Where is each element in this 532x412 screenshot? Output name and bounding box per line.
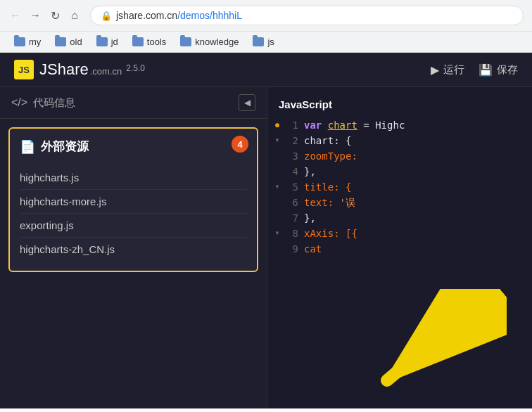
bookmark-my[interactable]: my: [8, 34, 46, 49]
line-indicator-8: ▼: [273, 226, 281, 241]
line-number-5: 5: [281, 179, 298, 195]
sidebar-header: </> 代码信息 ◀: [0, 87, 267, 119]
line-number-3: 3: [281, 148, 298, 164]
code-line-3: 3 zoomType:: [267, 148, 532, 164]
dot-indicator: ●: [275, 117, 279, 133]
sidebar-collapse-button[interactable]: ◀: [239, 94, 255, 111]
line-number-2: 2: [281, 133, 298, 148]
logo-domain: .com.cn: [90, 67, 122, 76]
save-button[interactable]: 💾 保存: [479, 63, 518, 77]
line-content-7: },: [304, 210, 316, 226]
logo-version: 2.5.0: [126, 63, 145, 73]
code-line-7: 7 },: [267, 210, 532, 226]
line-content-5: title: {: [304, 179, 351, 195]
line-number-4: 4: [281, 164, 298, 179]
sidebar-header-left: </> 代码信息: [11, 96, 75, 110]
reload-button[interactable]: ↻: [48, 8, 62, 22]
line-indicator-2: ▼: [273, 133, 281, 148]
js-logo-badge: JS: [14, 60, 34, 79]
line-content-4: },: [304, 164, 316, 179]
sidebar-title: 代码信息: [33, 96, 75, 110]
bookmark-js[interactable]: js: [247, 34, 279, 49]
line-indicator-1: ●: [273, 117, 281, 133]
bookmark-jd[interactable]: jd: [91, 34, 124, 49]
lock-icon: 🔒: [101, 11, 112, 21]
resource-item: highcharts-more.js: [20, 190, 247, 214]
nav-bar: ← → ↻ ⌂ 🔒 jshare.com.cn/demos/hhhhiL: [0, 0, 532, 31]
header-actions: ▶ 运行 💾 保存: [431, 63, 518, 77]
app-header: JS JShare.com.cn 2.5.0 ▶ 运行 💾 保存: [0, 53, 532, 87]
yellow-arrow-svg: [366, 289, 507, 394]
line-number-1: 1: [281, 117, 298, 133]
external-resources-icon: 📄: [20, 139, 35, 155]
line-content-6: text: '误: [304, 195, 355, 210]
svg-line-1: [387, 303, 479, 380]
main-content: </> 代码信息 ◀ 📄 外部资源 4 highcharts.js highch…: [0, 87, 532, 408]
code-line-4: 4 },: [267, 164, 532, 179]
home-button[interactable]: ⌂: [68, 8, 82, 22]
bookmark-knowledge[interactable]: knowledge: [175, 34, 244, 49]
folder-icon: [14, 37, 25, 46]
folder-icon: [55, 37, 66, 46]
folder-icon: [180, 37, 191, 46]
fold-triangle: ▼: [276, 226, 279, 241]
bookmarks-bar: my old jd tools knowledge js: [0, 31, 532, 52]
code-lines: ● 1 var chart = Highc ▼ 2 chart: { 3 zoo…: [267, 117, 532, 257]
forward-button[interactable]: →: [28, 8, 42, 22]
resources-badge: 4: [232, 136, 248, 153]
resource-item: exporting.js: [20, 214, 247, 238]
line-content-8: xAxis: [{: [304, 226, 357, 241]
address-bar[interactable]: 🔒 jshare.com.cn/demos/hhhhiL: [90, 6, 524, 25]
logo-area: JS JShare.com.cn 2.5.0: [14, 60, 145, 79]
line-number-8: 8: [281, 226, 298, 241]
nav-buttons: ← → ↻ ⌂: [8, 8, 82, 22]
code-line-8: ▼ 8 xAxis: [{: [267, 226, 532, 241]
code-icon: </>: [11, 96, 27, 109]
line-number-9: 9: [281, 241, 298, 257]
resource-list: highcharts.js highcharts-more.js exporti…: [20, 166, 247, 261]
browser-chrome: ← → ↻ ⌂ 🔒 jshare.com.cn/demos/hhhhiL my …: [0, 0, 532, 53]
save-icon: 💾: [479, 63, 493, 77]
external-resources-panel: 📄 外部资源 4 highcharts.js highcharts-more.j…: [8, 127, 258, 272]
editor-language-label: JavaScript: [267, 94, 532, 117]
folder-icon: [96, 37, 108, 46]
line-content-3: zoomType:: [304, 148, 357, 164]
sidebar: </> 代码信息 ◀ 📄 外部资源 4 highcharts.js highch…: [0, 87, 267, 408]
app-area: JS JShare.com.cn 2.5.0 ▶ 运行 💾 保存: [0, 53, 532, 408]
folder-icon: [132, 37, 144, 46]
arrow-annotation: [366, 289, 507, 394]
line-indicator-5: ▼: [273, 179, 281, 195]
line-content-1: var chart = Highc: [304, 117, 405, 133]
bookmark-old[interactable]: old: [49, 34, 87, 49]
logo-text: JShare.com.cn 2.5.0: [39, 62, 145, 77]
line-number-6: 6: [281, 195, 298, 210]
code-line-2: ▼ 2 chart: {: [267, 133, 532, 148]
code-line-6: 6 text: '误: [267, 195, 532, 210]
code-line-9: 9 cat: [267, 241, 532, 257]
fold-triangle: ▼: [276, 179, 279, 195]
resource-item: highcharts.js: [20, 166, 247, 190]
folder-icon: [253, 37, 264, 46]
fold-triangle: ▼: [276, 133, 279, 148]
code-line-5: ▼ 5 title: {: [267, 179, 532, 195]
bookmark-tools[interactable]: tools: [127, 34, 172, 49]
line-number-7: 7: [281, 210, 298, 226]
address-url: jshare.com.cn/demos/hhhhiL: [116, 10, 242, 21]
run-button[interactable]: ▶ 运行: [431, 63, 464, 77]
line-content-2: chart: {: [304, 133, 351, 148]
play-icon: ▶: [431, 63, 439, 77]
line-content-9: cat: [304, 241, 322, 257]
resource-item: highcharts-zh_CN.js: [20, 238, 247, 261]
panel-header: 📄 外部资源: [20, 139, 247, 155]
panel-title: 外部资源: [41, 139, 89, 155]
code-editor[interactable]: JavaScript ● 1 var chart = Highc ▼ 2 cha…: [267, 87, 532, 408]
logo-name: JShare: [39, 62, 89, 77]
back-button[interactable]: ←: [8, 8, 23, 22]
code-line-1: ● 1 var chart = Highc: [267, 117, 532, 133]
